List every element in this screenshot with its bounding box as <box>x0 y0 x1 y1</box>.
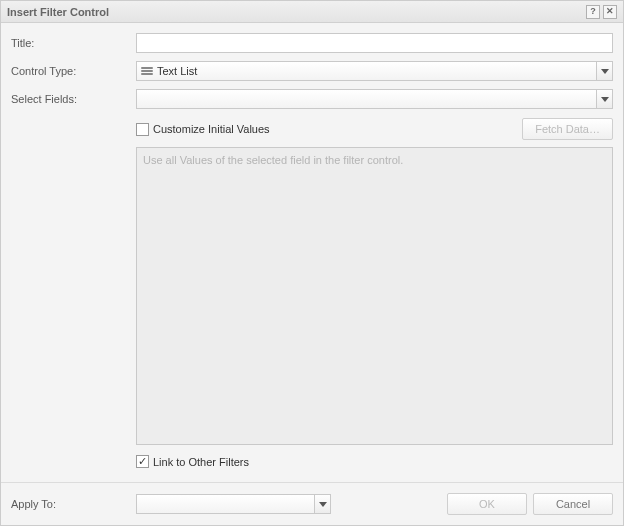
text-list-icon <box>141 67 153 75</box>
link-filters-checkbox[interactable]: ✓ <box>136 455 149 468</box>
control-type-label: Control Type: <box>11 65 136 77</box>
select-fields-label: Select Fields: <box>11 93 136 105</box>
dialog-titlebar: Insert Filter Control ? ✕ <box>1 1 623 23</box>
dialog-body: Title: Control Type: Text List Select Fi… <box>1 23 623 482</box>
help-button[interactable]: ? <box>586 5 600 19</box>
dialog-footer: Apply To: OK Cancel <box>1 482 623 525</box>
cancel-button[interactable]: Cancel <box>533 493 613 515</box>
customize-checkbox[interactable] <box>136 123 149 136</box>
apply-to-combo[interactable] <box>136 494 331 514</box>
dialog-title: Insert Filter Control <box>7 6 583 18</box>
title-input[interactable] <box>136 33 613 53</box>
title-label: Title: <box>11 37 136 49</box>
mid-area: Customize Initial Values Fetch Data… Use… <box>136 117 613 472</box>
customize-label: Customize Initial Values <box>153 123 270 135</box>
select-fields-combo[interactable] <box>136 89 613 109</box>
control-type-value: Text List <box>157 65 197 77</box>
link-filters-label: Link to Other Filters <box>153 456 249 468</box>
fetch-data-button[interactable]: Fetch Data… <box>522 118 613 140</box>
close-button[interactable]: ✕ <box>603 5 617 19</box>
chevron-down-icon <box>596 90 612 108</box>
ok-button[interactable]: OK <box>447 493 527 515</box>
initial-values-area: Use all Values of the selected field in … <box>136 147 613 445</box>
apply-to-label: Apply To: <box>11 498 136 510</box>
chevron-down-icon <box>314 495 330 513</box>
chevron-down-icon <box>596 62 612 80</box>
insert-filter-control-dialog: Insert Filter Control ? ✕ Title: Control… <box>0 0 624 526</box>
control-type-combo[interactable]: Text List <box>136 61 613 81</box>
initial-values-placeholder: Use all Values of the selected field in … <box>143 154 403 166</box>
